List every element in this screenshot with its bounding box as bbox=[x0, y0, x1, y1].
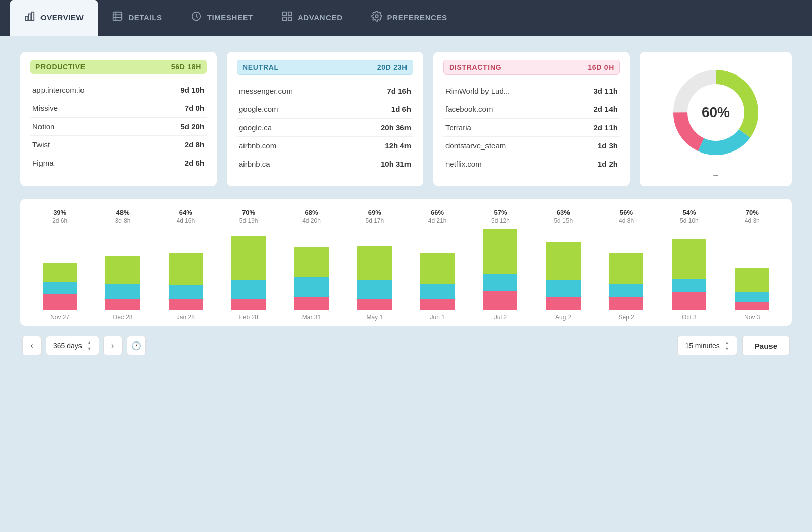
pause-button[interactable]: Pause bbox=[742, 336, 790, 355]
nav-item-timesheet[interactable]: TIMESHEET bbox=[177, 0, 267, 36]
stat-row-name: RimWorld by Lud... bbox=[445, 87, 510, 95]
stat-row: app.intercom.io9d 10h bbox=[30, 81, 207, 99]
stat-row: google.com1d 6h bbox=[237, 100, 413, 119]
col-hours: 5d 10h bbox=[680, 217, 699, 224]
svg-rect-1 bbox=[29, 14, 31, 20]
bar-blue bbox=[294, 277, 329, 297]
productive-card: PRODUCTIVE 56d 18h app.intercom.io9d 10h… bbox=[20, 52, 217, 186]
col-pct: 54% bbox=[682, 209, 696, 216]
col-hours: 4d 21h bbox=[428, 217, 447, 224]
stat-row-time: 20h 36m bbox=[381, 123, 411, 132]
svg-rect-9 bbox=[288, 12, 291, 15]
chart-column: 69% 5d 17h May 1 bbox=[345, 209, 404, 321]
productive-label: PRODUCTIVE bbox=[35, 63, 86, 71]
neutral-rows: messenger.com7d 16hgoogle.com1d 6hgoogle… bbox=[237, 82, 413, 173]
minutes-label: 15 minutes bbox=[685, 341, 719, 350]
bar-stack bbox=[420, 229, 455, 310]
col-hours: 4d 16h bbox=[176, 217, 195, 224]
svg-rect-11 bbox=[288, 17, 291, 20]
stat-row-time: 3d 11h bbox=[593, 87, 618, 95]
col-pct: 64% bbox=[179, 209, 192, 216]
col-label: May 1 bbox=[366, 314, 383, 321]
stat-row-name: google.com bbox=[239, 105, 278, 113]
stat-row-time: 2d 6h bbox=[185, 159, 205, 167]
nav-item-overview[interactable]: OVERVIEW bbox=[10, 0, 98, 36]
details-icon bbox=[112, 11, 123, 24]
bar-green bbox=[105, 256, 140, 284]
svg-rect-10 bbox=[283, 17, 286, 20]
col-hours: 5d 17h bbox=[365, 217, 384, 224]
col-label: Oct 3 bbox=[682, 314, 697, 321]
bar-blue bbox=[546, 280, 581, 297]
stat-row-time: 5d 20h bbox=[180, 122, 205, 131]
svg-point-12 bbox=[375, 15, 378, 18]
nav-label-details: DETAILS bbox=[128, 13, 162, 22]
nav-item-preferences[interactable]: PREFERENCES bbox=[357, 0, 462, 36]
stat-row-time: 1d 2h bbox=[598, 160, 618, 168]
stat-row: dontstarve_steam1d 3h bbox=[443, 137, 620, 155]
minutes-selector[interactable]: 15 minutes ▲ ▼ bbox=[677, 336, 737, 355]
stat-row-time: 1d 3h bbox=[598, 141, 618, 150]
stat-row-time: 1d 6h bbox=[391, 105, 411, 113]
stat-row-time: 9d 10h bbox=[180, 86, 205, 94]
stat-row: RimWorld by Lud...3d 11h bbox=[443, 82, 620, 100]
bar-stack bbox=[483, 229, 517, 310]
bar-pink bbox=[420, 299, 455, 310]
minutes-arrows: ▲ ▼ bbox=[725, 340, 729, 351]
bar-stack bbox=[231, 229, 266, 310]
bar-green bbox=[169, 253, 203, 286]
col-pct: 57% bbox=[494, 209, 507, 216]
bar-green bbox=[609, 253, 643, 284]
clock-button[interactable]: 🕐 bbox=[127, 336, 146, 355]
chart-column: 63% 5d 15h Aug 2 bbox=[534, 209, 593, 321]
next-button[interactable]: › bbox=[103, 336, 123, 355]
col-hours: 5d 19h bbox=[239, 217, 258, 224]
bar-blue bbox=[420, 284, 455, 299]
main-nav: OVERVIEWDETAILSTIMESHEETADVANCEDPREFEREN… bbox=[0, 0, 812, 36]
col-hours: 4d 20h bbox=[302, 217, 321, 224]
preferences-icon bbox=[371, 11, 382, 24]
nav-label-overview: OVERVIEW bbox=[40, 13, 84, 22]
neutral-total: 20d 23h bbox=[377, 63, 408, 71]
stat-row: Missive7d 0h bbox=[30, 99, 207, 118]
svg-rect-3 bbox=[113, 12, 122, 21]
col-hours: 4d 8h bbox=[619, 217, 634, 224]
bar-green bbox=[420, 253, 455, 284]
bar-stack bbox=[546, 229, 581, 310]
bar-pink bbox=[231, 299, 266, 310]
bar-stack bbox=[672, 229, 706, 310]
bar-pink bbox=[105, 299, 140, 310]
col-pct: 39% bbox=[53, 209, 66, 216]
bar-pink bbox=[672, 292, 706, 310]
productive-header: PRODUCTIVE 56d 18h bbox=[30, 60, 207, 74]
bar-pink bbox=[294, 297, 329, 310]
col-label: Mar 31 bbox=[302, 314, 321, 321]
top-stats-row: PRODUCTIVE 56d 18h app.intercom.io9d 10h… bbox=[20, 52, 792, 186]
chart-card: 39% 2d 6h Nov 27 48% 3d 8h Dec 28 64% 4d… bbox=[20, 199, 792, 326]
svg-rect-0 bbox=[26, 16, 28, 20]
stat-row: Notion5d 20h bbox=[30, 118, 207, 136]
period-label: 365 days bbox=[53, 341, 82, 350]
bar-blue bbox=[105, 284, 140, 299]
period-selector[interactable]: 365 days ▲ ▼ bbox=[46, 336, 99, 355]
stat-row-name: messenger.com bbox=[239, 87, 293, 95]
distracting-card: DISTRACTING 16d 0h RimWorld by Lud...3d … bbox=[433, 52, 630, 186]
col-label: Jun 1 bbox=[430, 314, 444, 321]
col-label: Sep 2 bbox=[618, 314, 634, 321]
bar-green bbox=[294, 247, 329, 277]
bar-pink bbox=[43, 294, 77, 310]
nav-item-details[interactable]: DETAILS bbox=[98, 0, 176, 36]
prev-button[interactable]: ‹ bbox=[22, 336, 42, 355]
neutral-label: NEUTRAL bbox=[242, 63, 279, 71]
bar-green bbox=[546, 242, 581, 280]
bar-stack bbox=[43, 229, 77, 310]
svg-rect-2 bbox=[32, 12, 34, 21]
col-pct: 48% bbox=[116, 209, 129, 216]
stat-row: google.ca20h 36m bbox=[237, 119, 413, 137]
bar-blue bbox=[672, 279, 706, 292]
bar-blue bbox=[609, 284, 643, 297]
col-hours: 5d 12h bbox=[491, 217, 510, 224]
chart-column: 70% 4d 3h Nov 3 bbox=[723, 209, 782, 321]
nav-item-advanced[interactable]: ADVANCED bbox=[267, 0, 357, 36]
distracting-total: 16d 0h bbox=[588, 63, 614, 71]
